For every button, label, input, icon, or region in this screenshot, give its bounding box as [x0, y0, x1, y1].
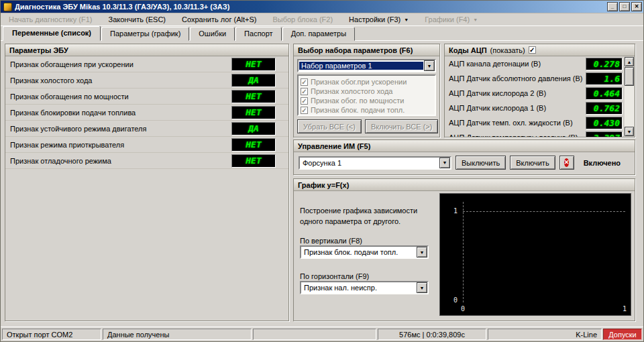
chevron-down-icon[interactable]: ▼ — [424, 60, 435, 71]
show-checkbox[interactable]: ✓ — [529, 46, 536, 54]
tab-extra-parameters[interactable]: Доп. параметры — [282, 27, 355, 41]
x-axis-tick: 0 — [461, 305, 465, 312]
menu-item-select-block: Выбор блока (F2) — [267, 14, 343, 25]
panel-title: Выбор набора параметров (F6) — [294, 44, 439, 56]
adc-value-led: 2.397 — [586, 131, 623, 137]
list-item[interactable]: АЦП Датчик кислорода 2 (В) 0.464 — [445, 86, 625, 101]
param-label: Признак обогащения при ускорении — [10, 60, 231, 68]
maximize-icon[interactable]: □ — [619, 2, 630, 11]
status-bar: Открыт порт COM2 Данные получены 576мс |… — [1, 327, 643, 341]
param-label: Признак отладочного режима — [10, 157, 231, 165]
chevron-down-icon[interactable]: ▼ — [417, 282, 427, 293]
actuator-controls: Форсунка 1 ▼ Выключить Включить ✕ Включе… — [294, 152, 635, 173]
menu-item-label: Закончить (ESC) — [108, 15, 166, 23]
adc-value-led: 1.6 — [586, 72, 623, 85]
menu-item-finish[interactable]: Закончить (ESC) — [103, 14, 176, 25]
parameter-set-buttons: Убрать ВСЕ (<) Включить ВСЕ (>) — [297, 119, 436, 133]
status-port: Открыт порт COM2 — [2, 329, 101, 340]
menu-item-label: Сохранить лог (Alt+S) — [182, 15, 256, 23]
chevron-down-icon[interactable]: ▼ — [439, 158, 450, 168]
scrollbar-thumb[interactable] — [625, 67, 634, 86]
scroll-up-icon[interactable]: ▲ — [625, 57, 634, 66]
plot-area: 1 0 0 1 — [439, 193, 631, 316]
adc-value-led: 0.430 — [586, 117, 623, 129]
actuator-control-panel: Управление ИМ (F5) Форсунка 1 ▼ Выключит… — [293, 139, 635, 175]
tab-errors[interactable]: Ошибки — [190, 27, 235, 41]
tab-variables-list[interactable]: Переменные (список) — [3, 25, 101, 41]
list-item[interactable]: АЦП Датчик кислорода 1 (В) 0.762 — [445, 101, 625, 115]
param-value-led: НЕТ — [231, 106, 276, 119]
vertical-axis-select[interactable]: Признак блок. подачи топл. ▼ — [300, 245, 429, 259]
checkbox-label: Признак блок. подачи топл. — [311, 106, 405, 114]
status-badge: Включено — [584, 159, 621, 167]
crosshair-vertical-line — [463, 202, 464, 302]
list-item[interactable]: АЦП Датчик температуры воздуха (В) 2.397 — [445, 130, 625, 137]
param-label: Признак режима приоткрывателя — [10, 141, 231, 149]
chevron-down-icon: ▼ — [404, 17, 409, 22]
param-value-led: ДА — [231, 74, 276, 87]
list-item[interactable]: Признак обогащения по мощности НЕТ — [5, 89, 288, 105]
selected-value: Признак нал. неиспр. — [301, 283, 417, 292]
status-data-received: Данные получены — [103, 329, 252, 340]
y-axis-tick: 0 — [453, 296, 458, 304]
list-item[interactable]: Признак устойчивого режима двигателя ДА — [5, 121, 288, 137]
parameter-set-select[interactable]: Набор параметров 1 ▼ — [297, 59, 436, 72]
adc-label: АЦП канала детонации (В) — [449, 60, 586, 68]
minimize-icon[interactable]: _ — [607, 2, 618, 11]
param-label: Признак блокировки подачи топлива — [10, 109, 231, 117]
param-value-led: НЕТ — [231, 90, 276, 103]
menu-item-label: Начать диагностику (F1) — [9, 15, 92, 23]
add-all-button: Включить ВСЕ (>) — [365, 119, 438, 133]
chevron-down-icon: ▼ — [473, 17, 478, 22]
list-item[interactable]: Признак режима приоткрывателя НЕТ — [5, 137, 288, 153]
app-icon — [3, 3, 12, 11]
graph-description: Построение графика зависимости одного па… — [300, 206, 434, 227]
cancel-icon: ✕ — [564, 158, 570, 167]
param-label: Признак холостого хода — [10, 76, 231, 84]
actuator-select[interactable]: Форсунка 1 ▼ — [299, 156, 451, 170]
main-content: Параметры ЭБУ Признак обогащения при уск… — [1, 41, 643, 327]
list-item[interactable]: Признак холостого хода ДА — [5, 72, 288, 89]
list-item[interactable]: АЦП Датчик темп. охл. жидкости (В) 0.430 — [445, 115, 625, 130]
panel-title: Управление ИМ (F5) — [294, 140, 635, 152]
parameter-set-body: Набор параметров 1 ▼ ✓ Признак обог.при … — [294, 56, 439, 137]
stop-button[interactable]: ✕ — [559, 156, 574, 170]
chevron-down-icon[interactable]: ▼ — [417, 247, 427, 258]
tab-parameters-graph[interactable]: Параметры (график) — [101, 27, 189, 41]
adc-codes-panel: Коды АЦП (показать) ✓ АЦП канала детонац… — [444, 44, 635, 137]
adc-label: АЦП Датчик кислорода 2 (В) — [449, 89, 586, 97]
title-bar: Диагностика ЭБУ Mikas 10.3/11.3 (ГАЗ/УАЗ… — [1, 1, 643, 13]
list-item[interactable]: Признак обогащения при ускорении НЕТ — [5, 56, 288, 72]
list-item[interactable]: АЦП Датчик абсолютного давления (В) 1.6 — [445, 71, 625, 86]
adc-value-list: АЦП канала детонации (В) 0.278 АЦП Датчи… — [445, 56, 625, 137]
turn-off-button[interactable]: Выключить — [455, 156, 506, 170]
horizontal-axis-select[interactable]: Признак нал. неиспр. ▼ — [300, 281, 429, 294]
tolerances-button[interactable]: Допуски — [603, 329, 642, 340]
status-protocol: K-Line — [488, 329, 602, 340]
adc-label: АЦП Датчик темп. охл. жидкости (В) — [449, 119, 586, 127]
turn-on-button[interactable]: Включить — [510, 156, 555, 170]
horizontal-axis-label: По горизонтали (F9) — [300, 272, 369, 280]
menu-item-save-log[interactable]: Сохранить лог (Alt+S) — [176, 14, 267, 25]
close-icon[interactable]: ✕ — [631, 2, 642, 11]
y-axis-tick: 1 — [453, 207, 458, 215]
scroll-down-icon[interactable]: ▼ — [625, 127, 634, 136]
checkbox-item: ✓ Признак обог. по мощности — [301, 96, 433, 105]
menu-item-label: Графики (F4) — [425, 15, 470, 23]
parameter-checkbox-list: ✓ Признак обог.при ускорении ✓ Признак х… — [297, 74, 436, 116]
param-value-led: НЕТ — [231, 154, 276, 168]
list-item[interactable]: Признак блокировки подачи топлива НЕТ — [5, 105, 288, 121]
vertical-scrollbar[interactable]: ▲ ▼ — [625, 57, 634, 136]
checkbox-icon: ✓ — [301, 78, 308, 86]
param-label: Признак обогащения по мощности — [10, 93, 231, 101]
list-item[interactable]: АЦП канала детонации (В) 0.278 — [445, 56, 625, 71]
checkbox-icon: ✓ — [301, 97, 308, 105]
adc-label: АЦП Датчик температуры воздуха (В) — [449, 133, 586, 137]
menu-item-settings[interactable]: Настройки (F3) ▼ — [343, 14, 419, 25]
checkbox-label: Признак холостого хода — [311, 87, 392, 95]
adc-value-led: 0.278 — [586, 58, 623, 70]
adc-panel-header: Коды АЦП (показать) ✓ — [445, 44, 635, 56]
list-item[interactable]: Признак отладочного режима НЕТ — [5, 153, 288, 169]
selected-value: Набор параметров 1 — [299, 62, 423, 70]
tab-passport[interactable]: Паспорт — [235, 27, 282, 41]
